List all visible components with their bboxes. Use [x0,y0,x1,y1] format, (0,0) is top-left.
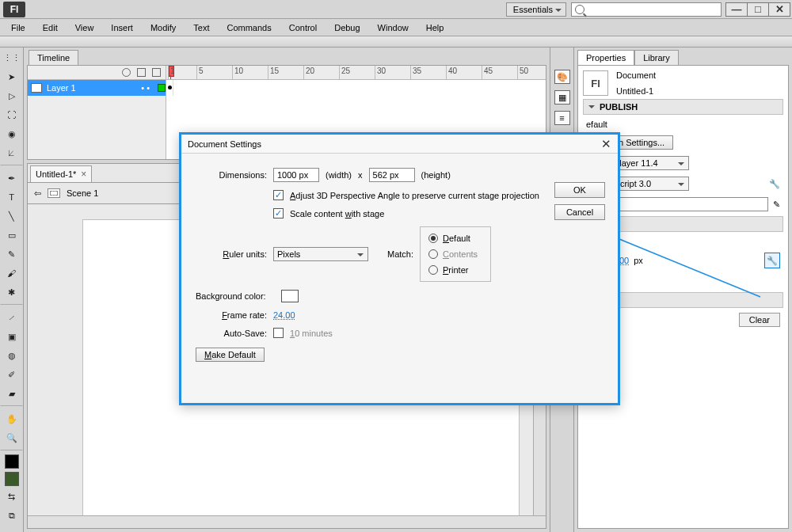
close-button[interactable]: ✕ [768,2,790,17]
pen-tool[interactable]: ✒ [3,169,21,187]
timeline-tab[interactable]: Timeline [29,50,78,65]
workspace-switcher[interactable]: Essentials [506,2,566,17]
scene-label: Scene 1 [67,188,98,198]
eraser-tool[interactable]: ▰ [3,385,21,402]
fill-swatch[interactable] [5,472,19,486]
menu-bar: File Edit View Insert Modify Text Comman… [0,19,792,36]
rectangle-tool[interactable]: ▭ [3,226,21,244]
close-tab-icon[interactable]: × [81,169,86,180]
height-suffix: (height) [421,170,451,180]
frame-rate-value[interactable]: 24.00 [273,310,295,320]
make-default-button[interactable]: Make Default [196,348,265,362]
auto-save-checkbox[interactable] [273,328,284,338]
line-tool[interactable]: ╲ [3,207,21,225]
library-tab[interactable]: Library [634,50,679,65]
grip-icon[interactable]: ⋮⋮ [3,49,21,66]
text-tool[interactable]: T [3,188,21,206]
selection-tool[interactable]: ➤ [3,68,21,86]
scale-content-checkbox[interactable] [273,208,284,218]
app-logo: Fl [3,2,25,17]
search-input[interactable] [571,2,722,17]
swatches-panel-icon[interactable]: ▦ [554,90,570,104]
background-color-label: Background color: [196,291,275,301]
dialog-close-icon[interactable]: ✕ [601,137,611,151]
dock-strip [0,36,792,48]
layer-row[interactable]: Layer 1 • • [28,80,166,96]
menu-debug[interactable]: Debug [326,21,367,35]
deco-tool[interactable]: ✱ [3,283,21,301]
match-label: Match: [387,249,413,259]
menu-help[interactable]: Help [418,21,452,35]
adjust-3d-label: Adjust 3D Perspective Angle to preserve … [290,191,539,200]
menu-commands[interactable]: Commands [219,21,279,35]
match-contents-radio[interactable] [428,249,438,259]
lasso-tool[interactable]: ⟀ [3,144,21,162]
document-settings-dialog: Document Settings ✕ OK Cancel Dimensions… [179,132,620,405]
adjust-3d-checkbox[interactable] [273,190,284,200]
menu-window[interactable]: Window [370,21,417,35]
menu-insert[interactable]: Insert [103,21,141,35]
minimize-button[interactable]: — [725,2,748,17]
profile-default-label: efault [586,120,607,129]
horizontal-scrollbar[interactable] [28,515,546,528]
paint-bucket-tool[interactable]: ▣ [3,328,21,345]
match-contents-label: Contents [443,249,478,259]
bone-tool[interactable]: ⟋ [3,309,21,326]
dimensions-label: Dimensions: [196,170,267,180]
outline-icon[interactable] [152,68,161,77]
search-icon [575,5,584,14]
background-color-swatch[interactable] [281,290,299,302]
x-label: x [358,170,363,180]
align-panel-icon[interactable]: ≡ [554,111,570,125]
menu-text[interactable]: Text [185,21,217,35]
width-input[interactable]: 1000 px [273,168,319,182]
menu-control[interactable]: Control [281,21,325,35]
document-type-label: Document [616,70,656,80]
maximize-button[interactable]: □ [747,2,769,17]
edit-class-icon[interactable]: ✎ [773,200,780,210]
cancel-button[interactable]: Cancel [554,204,605,220]
color-panel-icon[interactable]: 🎨 [554,70,570,84]
snap-icon[interactable]: ⧉ [3,507,21,524]
visibility-icon[interactable] [122,68,131,77]
menu-edit[interactable]: Edit [35,21,66,35]
edit-size-button[interactable]: 🔧 [764,253,780,268]
zoom-tool[interactable]: 🔍 [3,429,21,446]
clear-button[interactable]: Clear [739,313,780,327]
pencil-tool[interactable]: ✎ [3,245,21,263]
free-transform-tool[interactable]: ⛶ [3,106,21,124]
document-icon: Fl [583,70,608,96]
ok-button[interactable]: OK [554,182,605,198]
separator [0,165,23,166]
subselection-tool[interactable]: ▷ [3,87,21,104]
swap-colors-icon[interactable]: ⇆ [3,488,21,505]
ink-bottle-tool[interactable]: ◍ [3,347,21,364]
menu-file[interactable]: File [3,21,33,35]
match-printer-radio[interactable] [428,265,438,275]
match-default-label: Default [443,234,470,243]
height-input[interactable]: 562 px [369,168,415,182]
workspace-label: Essentials [513,5,553,14]
publish-section-header[interactable]: PUBLISH [583,99,783,115]
menu-view[interactable]: View [67,21,102,35]
timeline-ruler[interactable]: 1510152025303540455055 [166,66,546,79]
tools-panel: ⋮⋮ ➤ ▷ ⛶ ◉ ⟀ ✒ T ╲ ▭ ✎ 🖌 ✱ ⟋ ▣ ◍ ✐ ▰ ✋ 🔍… [0,48,24,532]
back-icon[interactable]: ⇦ [34,188,41,199]
properties-tab[interactable]: Properties [577,50,634,65]
eyedropper-tool[interactable]: ✐ [3,366,21,383]
frame-rate-label: Frame rate: [196,310,267,320]
hand-tool[interactable]: ✋ [3,410,21,428]
match-printer-label: Printer [443,265,468,275]
brush-tool[interactable]: 🖌 [3,264,21,282]
3d-rotation-tool[interactable]: ◉ [3,125,21,142]
document-name-label: Untitled-1 [616,86,656,96]
stroke-swatch[interactable] [5,454,19,469]
menu-modify[interactable]: Modify [143,21,184,35]
match-default-radio[interactable] [428,234,438,243]
ruler-units-dropdown[interactable]: Pixels [273,247,368,261]
lock-icon[interactable] [137,68,146,77]
scene-icon [48,188,60,198]
document-tab[interactable]: Untitled-1* × [30,165,92,182]
layer-color-swatch[interactable] [158,84,166,92]
wrench-icon[interactable]: 🔧 [769,179,780,189]
